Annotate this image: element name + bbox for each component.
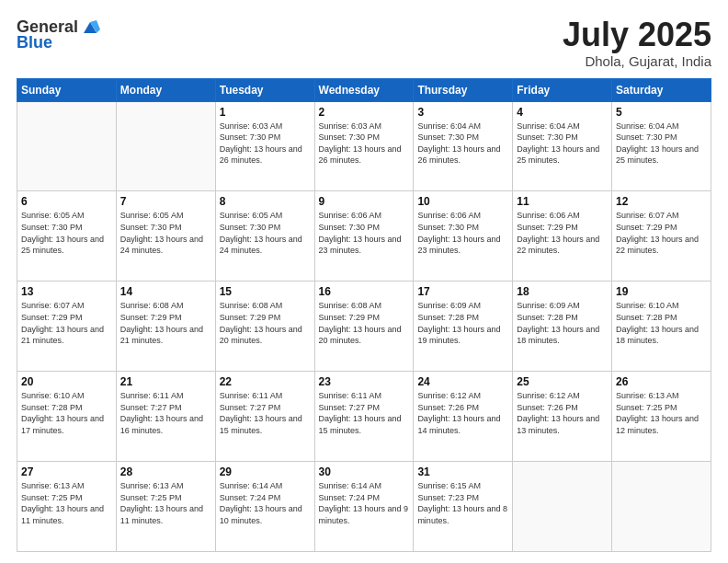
day-info: Sunrise: 6:03 AM Sunset: 7:30 PM Dayligh… xyxy=(220,121,311,167)
calendar-cell: 23Sunrise: 6:11 AM Sunset: 7:27 PM Dayli… xyxy=(314,372,414,462)
day-number: 8 xyxy=(220,195,311,208)
day-info: Sunrise: 6:12 AM Sunset: 7:26 PM Dayligh… xyxy=(517,390,608,436)
calendar-cell: 30Sunrise: 6:14 AM Sunset: 7:24 PM Dayli… xyxy=(314,462,414,552)
calendar-cell: 27Sunrise: 6:13 AM Sunset: 7:25 PM Dayli… xyxy=(17,462,117,552)
day-info: Sunrise: 6:07 AM Sunset: 7:29 PM Dayligh… xyxy=(616,210,707,256)
calendar-cell: 18Sunrise: 6:09 AM Sunset: 7:28 PM Dayli… xyxy=(513,282,612,372)
day-number: 6 xyxy=(21,195,112,208)
col-header-friday: Friday xyxy=(513,78,612,101)
day-info: Sunrise: 6:04 AM Sunset: 7:30 PM Dayligh… xyxy=(417,121,508,167)
page: General Blue July 2025 Dhola, Gujarat, I… xyxy=(0,0,728,563)
calendar-cell: 16Sunrise: 6:08 AM Sunset: 7:29 PM Dayli… xyxy=(314,282,414,372)
day-info: Sunrise: 6:10 AM Sunset: 7:28 PM Dayligh… xyxy=(21,390,112,436)
calendar-table: SundayMondayTuesdayWednesdayThursdayFrid… xyxy=(17,78,711,552)
day-info: Sunrise: 6:08 AM Sunset: 7:29 PM Dayligh… xyxy=(120,300,211,346)
day-info: Sunrise: 6:11 AM Sunset: 7:27 PM Dayligh… xyxy=(220,390,311,436)
location: Dhola, Gujarat, India xyxy=(563,53,711,69)
day-info: Sunrise: 6:03 AM Sunset: 7:30 PM Dayligh… xyxy=(319,121,410,167)
calendar-cell: 22Sunrise: 6:11 AM Sunset: 7:27 PM Dayli… xyxy=(215,372,314,462)
day-info: Sunrise: 6:10 AM Sunset: 7:28 PM Dayligh… xyxy=(616,300,707,346)
day-number: 17 xyxy=(417,285,508,298)
logo: General Blue xyxy=(17,17,100,52)
day-number: 15 xyxy=(220,285,311,298)
day-number: 10 xyxy=(417,195,508,208)
calendar-cell: 8Sunrise: 6:05 AM Sunset: 7:30 PM Daylig… xyxy=(215,191,314,282)
day-info: Sunrise: 6:07 AM Sunset: 7:29 PM Dayligh… xyxy=(21,300,112,346)
calendar-cell: 24Sunrise: 6:12 AM Sunset: 7:26 PM Dayli… xyxy=(414,372,513,462)
calendar-cell: 2Sunrise: 6:03 AM Sunset: 7:30 PM Daylig… xyxy=(314,101,414,191)
calendar-cell: 6Sunrise: 6:05 AM Sunset: 7:30 PM Daylig… xyxy=(17,191,117,282)
day-number: 5 xyxy=(616,106,707,119)
day-number: 26 xyxy=(616,375,707,388)
col-header-sunday: Sunday xyxy=(17,78,117,101)
day-info: Sunrise: 6:04 AM Sunset: 7:30 PM Dayligh… xyxy=(616,121,707,167)
calendar-cell xyxy=(116,101,215,191)
day-info: Sunrise: 6:13 AM Sunset: 7:25 PM Dayligh… xyxy=(616,390,707,436)
day-number: 25 xyxy=(517,375,608,388)
day-info: Sunrise: 6:09 AM Sunset: 7:28 PM Dayligh… xyxy=(417,300,508,346)
day-number: 28 xyxy=(120,465,211,478)
calendar-cell: 4Sunrise: 6:04 AM Sunset: 7:30 PM Daylig… xyxy=(513,101,612,191)
calendar-cell: 17Sunrise: 6:09 AM Sunset: 7:28 PM Dayli… xyxy=(414,282,513,372)
day-info: Sunrise: 6:06 AM Sunset: 7:30 PM Dayligh… xyxy=(319,210,410,256)
month-title: July 2025 xyxy=(563,17,711,53)
calendar-cell xyxy=(17,101,117,191)
title-block: July 2025 Dhola, Gujarat, India xyxy=(563,17,711,69)
day-info: Sunrise: 6:12 AM Sunset: 7:26 PM Dayligh… xyxy=(417,390,508,436)
col-header-saturday: Saturday xyxy=(612,78,711,101)
day-number: 11 xyxy=(517,195,608,208)
day-info: Sunrise: 6:11 AM Sunset: 7:27 PM Dayligh… xyxy=(319,390,410,436)
day-info: Sunrise: 6:14 AM Sunset: 7:24 PM Dayligh… xyxy=(319,480,410,526)
day-number: 30 xyxy=(319,465,410,478)
calendar-cell: 25Sunrise: 6:12 AM Sunset: 7:26 PM Dayli… xyxy=(513,372,612,462)
calendar-cell: 21Sunrise: 6:11 AM Sunset: 7:27 PM Dayli… xyxy=(116,372,215,462)
day-info: Sunrise: 6:11 AM Sunset: 7:27 PM Dayligh… xyxy=(120,390,211,436)
day-number: 1 xyxy=(220,106,311,119)
col-header-wednesday: Wednesday xyxy=(314,78,414,101)
col-header-thursday: Thursday xyxy=(414,78,513,101)
day-number: 22 xyxy=(220,375,311,388)
day-number: 19 xyxy=(616,285,707,298)
day-info: Sunrise: 6:15 AM Sunset: 7:23 PM Dayligh… xyxy=(417,480,508,526)
day-number: 23 xyxy=(319,375,410,388)
day-number: 9 xyxy=(319,195,410,208)
day-number: 18 xyxy=(517,285,608,298)
calendar-cell: 29Sunrise: 6:14 AM Sunset: 7:24 PM Dayli… xyxy=(215,462,314,552)
calendar-cell: 11Sunrise: 6:06 AM Sunset: 7:29 PM Dayli… xyxy=(513,191,612,282)
calendar-cell: 10Sunrise: 6:06 AM Sunset: 7:30 PM Dayli… xyxy=(414,191,513,282)
day-number: 27 xyxy=(21,465,112,478)
calendar-cell: 5Sunrise: 6:04 AM Sunset: 7:30 PM Daylig… xyxy=(612,101,711,191)
logo-icon xyxy=(80,17,100,37)
calendar-cell: 7Sunrise: 6:05 AM Sunset: 7:30 PM Daylig… xyxy=(116,191,215,282)
day-number: 3 xyxy=(417,106,508,119)
day-info: Sunrise: 6:13 AM Sunset: 7:25 PM Dayligh… xyxy=(21,480,112,526)
day-number: 7 xyxy=(120,195,211,208)
day-info: Sunrise: 6:04 AM Sunset: 7:30 PM Dayligh… xyxy=(517,121,608,167)
col-header-monday: Monday xyxy=(116,78,215,101)
day-info: Sunrise: 6:13 AM Sunset: 7:25 PM Dayligh… xyxy=(120,480,211,526)
day-info: Sunrise: 6:05 AM Sunset: 7:30 PM Dayligh… xyxy=(220,210,311,256)
day-number: 16 xyxy=(319,285,410,298)
day-number: 2 xyxy=(319,106,410,119)
calendar-cell xyxy=(612,462,711,552)
day-number: 20 xyxy=(21,375,112,388)
day-info: Sunrise: 6:09 AM Sunset: 7:28 PM Dayligh… xyxy=(517,300,608,346)
day-info: Sunrise: 6:05 AM Sunset: 7:30 PM Dayligh… xyxy=(21,210,112,256)
calendar-cell: 12Sunrise: 6:07 AM Sunset: 7:29 PM Dayli… xyxy=(612,191,711,282)
header: General Blue July 2025 Dhola, Gujarat, I… xyxy=(17,17,711,69)
day-number: 4 xyxy=(517,106,608,119)
day-number: 29 xyxy=(220,465,311,478)
logo-blue-text: Blue xyxy=(17,33,52,52)
calendar-cell: 13Sunrise: 6:07 AM Sunset: 7:29 PM Dayli… xyxy=(17,282,117,372)
calendar-cell: 28Sunrise: 6:13 AM Sunset: 7:25 PM Dayli… xyxy=(116,462,215,552)
day-number: 21 xyxy=(120,375,211,388)
calendar-cell: 3Sunrise: 6:04 AM Sunset: 7:30 PM Daylig… xyxy=(414,101,513,191)
calendar-cell: 19Sunrise: 6:10 AM Sunset: 7:28 PM Dayli… xyxy=(612,282,711,372)
calendar-cell: 31Sunrise: 6:15 AM Sunset: 7:23 PM Dayli… xyxy=(414,462,513,552)
calendar-cell: 1Sunrise: 6:03 AM Sunset: 7:30 PM Daylig… xyxy=(215,101,314,191)
day-number: 31 xyxy=(417,465,508,478)
calendar-cell: 14Sunrise: 6:08 AM Sunset: 7:29 PM Dayli… xyxy=(116,282,215,372)
col-header-tuesday: Tuesday xyxy=(215,78,314,101)
day-number: 24 xyxy=(417,375,508,388)
day-info: Sunrise: 6:08 AM Sunset: 7:29 PM Dayligh… xyxy=(220,300,311,346)
